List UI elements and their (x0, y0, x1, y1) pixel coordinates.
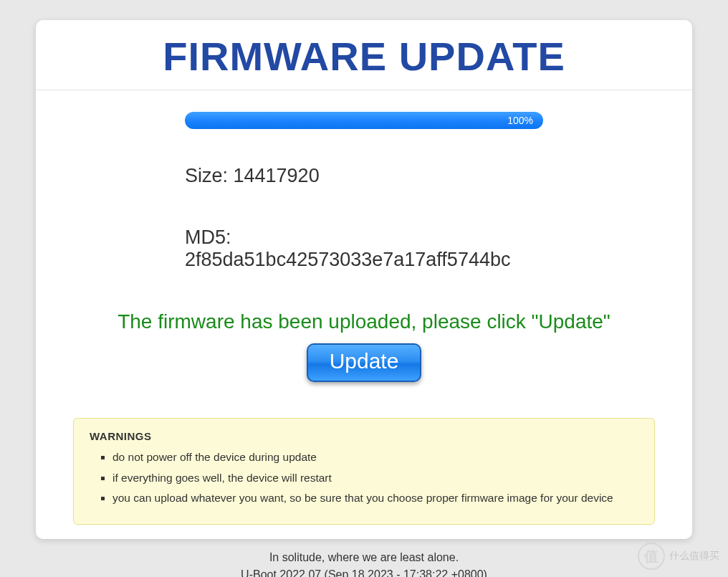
update-button[interactable]: Update (307, 343, 422, 382)
footer-quote: In solitude, where we are least alone. (0, 549, 728, 566)
warnings-heading: WARNINGS (90, 430, 638, 442)
firmware-size: Size: 14417920 (185, 165, 543, 187)
watermark: 值 什么值得买 (638, 543, 719, 570)
card-header: FIRMWARE UPDATE (36, 20, 692, 90)
upload-progress-fill: 100% (185, 112, 543, 129)
card-body: 100% Size: 14417920 MD5: 2f85da51bc42573… (36, 90, 692, 525)
upload-progress-bar: 100% (185, 112, 543, 129)
warning-item: you can upload whatever you want, so be … (112, 490, 638, 506)
page-title: FIRMWARE UPDATE (36, 33, 692, 80)
page-footer: In solitude, where we are least alone. U… (0, 549, 728, 577)
warnings-panel: WARNINGS do not power off the device dur… (73, 418, 655, 525)
warning-item: do not power off the device during updat… (112, 449, 638, 465)
upload-success-message: The firmware has been uploaded, please c… (64, 310, 664, 333)
upload-progress-percent: 100% (507, 115, 533, 126)
watermark-icon: 值 (638, 543, 665, 570)
firmware-update-card: FIRMWARE UPDATE 100% Size: 14417920 MD5:… (36, 20, 692, 539)
firmware-md5: MD5: 2f85da51bc42573033e7a17aff5744bc (185, 226, 543, 271)
warning-item: if everything goes well, the device will… (112, 470, 638, 486)
warnings-list: do not power off the device during updat… (90, 449, 638, 506)
watermark-text: 什么值得买 (669, 550, 719, 563)
footer-version: U-Boot 2022.07 (Sep 18 2023 - 17:38:22 +… (0, 566, 728, 577)
